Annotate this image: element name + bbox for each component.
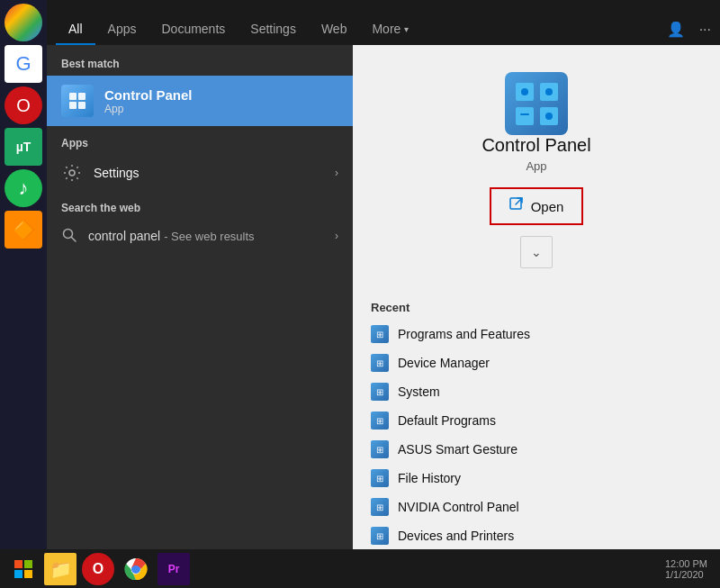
recent-icon-0: ⊞: [371, 325, 389, 343]
ellipsis-icon[interactable]: ···: [699, 22, 711, 38]
taskbar-premiere[interactable]: Pr: [158, 553, 190, 585]
svg-rect-1: [78, 93, 86, 100]
recent-item-5[interactable]: ⊞ File History: [371, 464, 702, 493]
taskbar-date: 1/1/2020: [665, 569, 707, 580]
desktop-icon-opera[interactable]: O: [4, 86, 42, 124]
web-query-text: control panel: [88, 229, 160, 243]
expand-button[interactable]: ⌄: [520, 236, 553, 268]
apps-label: Apps: [47, 126, 353, 153]
svg-rect-2: [69, 102, 76, 109]
recent-item-4[interactable]: ⊞ ASUS Smart Gesture: [371, 435, 702, 464]
nav-right-icons: 👤 ···: [667, 21, 711, 45]
svg-point-4: [69, 170, 75, 176]
recent-title: Recent: [371, 301, 702, 314]
recent-item-7[interactable]: ⊞ Devices and Printers: [371, 521, 702, 550]
taskbar-opera[interactable]: O: [82, 553, 114, 585]
web-label: Search the web: [47, 193, 353, 218]
svg-rect-17: [24, 560, 32, 568]
taskbar: 📁 O Pr 12:00 PM 1/1/2020: [0, 549, 720, 588]
chevron-down-icon: ⌄: [531, 245, 542, 259]
svg-point-10: [521, 88, 528, 95]
recent-item-1[interactable]: ⊞ Device Manager: [371, 348, 702, 377]
recent-section: Recent ⊞ Programs and Features ⊞ Device …: [353, 294, 720, 557]
tab-web[interactable]: Web: [309, 14, 360, 45]
recent-icon-7: ⊞: [371, 527, 389, 545]
more-chevron-icon: ▾: [404, 24, 409, 34]
desktop-sidebar: G O µT ♪ 🔶: [0, 0, 47, 549]
recent-icon-6: ⊞: [371, 498, 389, 516]
desktop-icon-vlc[interactable]: 🔶: [4, 211, 42, 249]
start-menu: All Apps Documents Settings Web More ▾ 👤…: [47, 0, 720, 549]
svg-rect-0: [69, 93, 76, 100]
recent-icon-4: ⊞: [371, 440, 389, 458]
desktop-icon-chrome[interactable]: [4, 4, 42, 41]
settings-chevron-icon: ›: [335, 167, 338, 179]
tab-all[interactable]: All: [56, 14, 95, 45]
web-search-item[interactable]: control panel - See web results ›: [47, 218, 353, 254]
tab-settings[interactable]: Settings: [238, 14, 309, 45]
svg-rect-18: [14, 570, 22, 578]
taskbar-chrome[interactable]: [120, 553, 152, 585]
control-panel-big-icon: [505, 72, 568, 135]
open-label: Open: [531, 199, 564, 214]
taskbar-file-explorer[interactable]: 📁: [44, 553, 76, 585]
best-match-text: Control Panel App: [104, 87, 193, 115]
recent-icon-2: ⊞: [371, 383, 389, 401]
best-match-label: Best match: [47, 45, 353, 76]
svg-point-11: [545, 88, 553, 95]
recent-icon-5: ⊞: [371, 469, 389, 487]
best-match-title: Control Panel: [104, 87, 193, 103]
tab-more[interactable]: More ▾: [359, 14, 421, 45]
desktop-icon-google[interactable]: G: [4, 45, 42, 83]
svg-point-13: [545, 113, 553, 120]
tab-documents[interactable]: Documents: [148, 14, 238, 45]
nav-bar: All Apps Documents Settings Web More ▾ 👤…: [47, 0, 720, 45]
recent-item-0[interactable]: ⊞ Programs and Features: [371, 320, 702, 348]
left-panel: Best match Control Panel App: [47, 45, 353, 549]
recent-icon-3: ⊞: [371, 412, 389, 430]
desktop-icon-utorrent[interactable]: µT: [4, 128, 42, 166]
svg-rect-3: [78, 102, 86, 109]
open-icon: [509, 197, 524, 215]
settings-label: Settings: [94, 166, 140, 180]
recent-item-3[interactable]: ⊞ Default Programs: [371, 406, 702, 435]
app-big-subtitle: App: [526, 159, 546, 173]
svg-rect-8: [516, 107, 534, 125]
recent-item-6[interactable]: ⊞ NVIDIA Control Panel: [371, 493, 702, 521]
recent-item-2[interactable]: ⊞ System: [371, 377, 702, 406]
web-link-text: - See web results: [164, 230, 254, 243]
right-panel: Control Panel App Open: [353, 45, 720, 549]
desktop-icon-spotify[interactable]: ♪: [4, 169, 42, 207]
open-button-wrapper: Open: [490, 187, 584, 225]
settings-icon: [61, 162, 83, 184]
person-icon[interactable]: 👤: [667, 21, 685, 38]
app-big-title: Control Panel: [482, 135, 590, 156]
recent-icon-1: ⊞: [371, 354, 389, 372]
app-detail-top: Control Panel App Open: [353, 45, 720, 294]
settings-app-item[interactable]: Settings ›: [47, 153, 353, 193]
svg-rect-12: [520, 113, 529, 115]
svg-rect-16: [14, 560, 22, 568]
taskbar-clock: 12:00 PM 1/1/2020: [665, 558, 715, 580]
svg-rect-19: [24, 570, 32, 578]
open-button[interactable]: Open: [493, 191, 580, 222]
taskbar-time: 12:00 PM: [665, 558, 707, 569]
start-button[interactable]: [5, 551, 41, 587]
tab-apps[interactable]: Apps: [95, 14, 149, 45]
best-match-item[interactable]: Control Panel App: [47, 76, 353, 126]
control-panel-small-icon: [61, 85, 94, 117]
web-chevron-icon: ›: [335, 230, 338, 242]
svg-point-22: [132, 565, 140, 573]
search-small-icon: [61, 227, 79, 245]
best-match-subtitle: App: [104, 103, 193, 115]
main-content: Best match Control Panel App: [47, 45, 720, 549]
